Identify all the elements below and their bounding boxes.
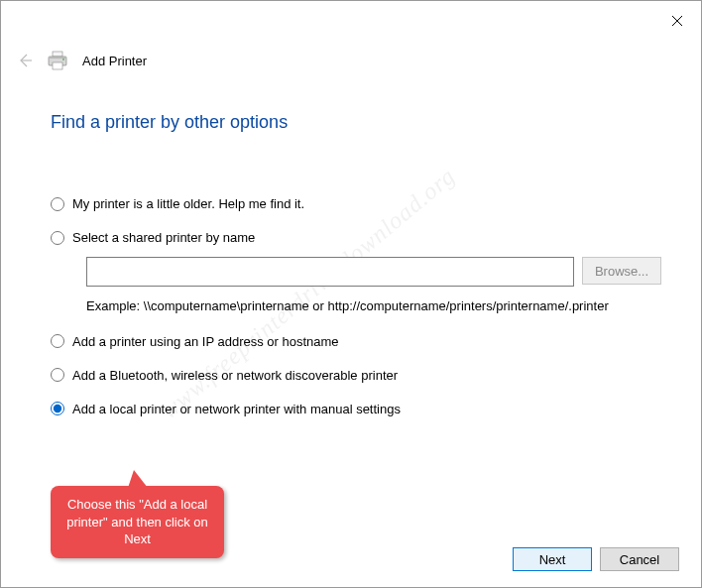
window-title: Add Printer <box>82 54 147 68</box>
svg-point-7 <box>62 59 64 60</box>
svg-rect-5 <box>49 57 66 59</box>
shared-printer-name-input[interactable] <box>86 257 574 287</box>
radio-shared-printer-label: Select a shared printer by name <box>72 230 255 245</box>
radio-older-printer[interactable] <box>51 197 64 211</box>
radio-bluetooth[interactable] <box>51 368 64 382</box>
printer-icon <box>47 51 68 70</box>
radio-ip-address[interactable] <box>51 334 64 348</box>
page-heading: Find a printer by other options <box>51 112 288 133</box>
close-icon <box>671 15 683 27</box>
svg-rect-3 <box>53 52 62 57</box>
svg-rect-6 <box>53 62 62 69</box>
browse-button: Browse... <box>582 257 661 285</box>
radio-local-printer-label: Add a local printer or network printer w… <box>72 402 401 416</box>
radio-older-printer-label: My printer is a little older. Help me fi… <box>72 196 304 211</box>
annotation-callout: Choose this "Add a local printer" and th… <box>51 486 224 558</box>
close-button[interactable] <box>667 11 687 31</box>
radio-shared-printer[interactable] <box>51 231 64 245</box>
next-button[interactable]: Next <box>513 547 592 571</box>
radio-local-printer[interactable] <box>51 402 64 415</box>
back-arrow-icon[interactable] <box>17 53 33 68</box>
radio-ip-address-label: Add a printer using an IP address or hos… <box>72 334 339 349</box>
annotation-callout-text: Choose this "Add a local printer" and th… <box>66 497 208 546</box>
radio-bluetooth-label: Add a Bluetooth, wireless or network dis… <box>72 368 398 383</box>
cancel-button[interactable]: Cancel <box>600 547 679 571</box>
example-text: Example: \\computername\printername or h… <box>86 296 661 316</box>
